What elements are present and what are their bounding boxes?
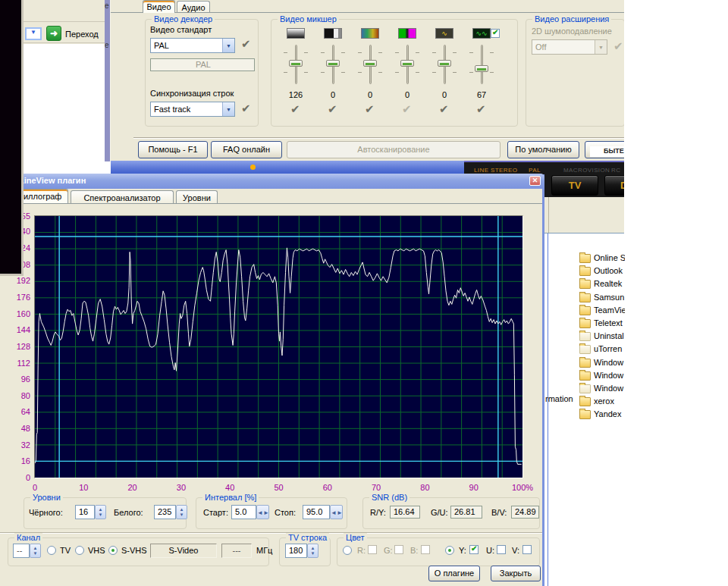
y-checkbox[interactable]	[469, 545, 479, 554]
v-checkbox[interactable]	[522, 545, 532, 554]
selected-value: Off	[535, 42, 546, 52]
mixer-slider-hue[interactable]	[356, 43, 384, 86]
folder-item[interactable]: Yandex	[579, 409, 625, 421]
tv-line-stepper[interactable]: ▲▼	[307, 544, 318, 558]
mixer-value: 0	[315, 90, 350, 99]
tab-video[interactable]: Видео	[143, 0, 175, 13]
address-dropdown[interactable]: ▼	[25, 27, 42, 40]
explorer-window: ▼ ➜ Переход	[21, 0, 105, 174]
folder-item[interactable]: uTorren	[579, 343, 625, 356]
folder-item[interactable]: Window	[579, 383, 625, 395]
black-level-stepper[interactable]: ▲▼	[95, 505, 106, 519]
apply-check-icon[interactable]: ✔	[241, 37, 251, 51]
close-icon[interactable]: ✕	[529, 176, 541, 186]
u-label: U:	[486, 546, 494, 555]
folder-item[interactable]: Teletext	[579, 318, 625, 330]
white-level-input[interactable]: 235	[154, 505, 176, 519]
slider-thumb[interactable]	[400, 60, 414, 67]
folder-label: Window	[594, 358, 623, 367]
start-input[interactable]: 5.0	[231, 505, 256, 519]
radio-svhs[interactable]	[108, 546, 118, 555]
chevron-down-icon[interactable]: ▼	[222, 102, 234, 116]
folder-label: Samsun	[594, 293, 624, 302]
slider-thumb[interactable]	[475, 65, 488, 72]
y-tick-label: 0	[26, 473, 30, 482]
folder-item[interactable]: Samsun	[579, 292, 625, 304]
folder-item[interactable]: Online S	[579, 252, 625, 265]
tv-button[interactable]: TV	[551, 175, 598, 196]
button-row-divider	[133, 137, 624, 139]
radio-tv[interactable]	[47, 546, 56, 555]
y-tick-label: 144	[17, 325, 30, 334]
mixer-column-noise-reduction: ∿∿67✔	[464, 28, 499, 123]
slider-thumb[interactable]	[326, 60, 340, 67]
noise-reduction-checkbox[interactable]	[491, 29, 500, 38]
channel-combo[interactable]: --	[13, 544, 30, 558]
tab-audio[interactable]: Аудио	[177, 1, 210, 13]
about-plugin-button[interactable]: О плагине	[428, 566, 480, 581]
radio-rgb[interactable]	[343, 546, 352, 555]
mixer-slider-saturation[interactable]	[394, 43, 421, 86]
stop-input[interactable]: 95.0	[303, 505, 330, 519]
folder-item[interactable]: Realtek	[579, 278, 625, 290]
slider-thumb[interactable]	[289, 60, 303, 67]
radio-vhs[interactable]	[75, 546, 84, 555]
tv-skin-body	[544, 197, 624, 233]
dv-button[interactable]: DV	[604, 175, 624, 196]
video-standard-select[interactable]: PAL ▼	[150, 38, 235, 53]
radio-yuv[interactable]	[445, 546, 454, 555]
channel-stepper[interactable]: ▲▼	[30, 544, 41, 558]
tab-spectrum-analyzer[interactable]: Спектроанализатор	[71, 190, 174, 203]
group-title: Канал	[14, 533, 42, 542]
apply-check-icon[interactable]: ✔	[402, 102, 412, 116]
mixer-slider-noise-reduction[interactable]	[468, 43, 495, 86]
apply-check-icon[interactable]: ✔	[290, 102, 300, 116]
noise-icon: ∿∿	[472, 28, 491, 39]
u-checkbox[interactable]	[497, 545, 506, 554]
start-stepper[interactable]: ◄►	[256, 505, 269, 519]
hue-icon	[361, 28, 379, 39]
folder-item[interactable]: Uninstal	[579, 331, 625, 343]
mixer-slider-contrast[interactable]	[319, 43, 347, 86]
black-level-input[interactable]: 16	[75, 505, 95, 519]
autoscan-button: Автосканирование	[287, 141, 500, 158]
x-tick-label: 50	[274, 483, 283, 492]
slider-thumb[interactable]	[438, 60, 451, 67]
x-axis-labels: 0102030405060708090100%	[34, 483, 535, 494]
mixer-slider-sharpness[interactable]	[431, 43, 458, 86]
faq-button[interactable]: FAQ онлайн	[211, 141, 282, 158]
explorer-content	[21, 44, 105, 174]
tv-line-input[interactable]: 180	[285, 544, 307, 558]
go-button[interactable]: ➜	[46, 26, 61, 41]
apply-check-icon[interactable]: ✔	[476, 102, 486, 116]
clipped-text-fragment: e	[105, 41, 109, 49]
help-button[interactable]: Помощь - F1	[138, 141, 208, 158]
mixer-value: 67	[464, 90, 499, 99]
white-level-stepper[interactable]: ▲▼	[176, 505, 187, 519]
folder-item[interactable]: Outlook	[579, 265, 625, 277]
close-button[interactable]: Закрыть	[491, 566, 541, 581]
apply-check-icon[interactable]: ✔	[328, 102, 337, 116]
defaults-button[interactable]: По умолчанию	[507, 141, 579, 158]
folder-icon	[579, 332, 591, 341]
apply-check-icon[interactable]: ✔	[365, 102, 375, 116]
line-sync-select[interactable]: Fast track ▼	[150, 102, 235, 117]
folder-item[interactable]: xerox	[579, 396, 625, 408]
lineview-titlebar[interactable]: LineView плагин ✕	[0, 174, 544, 189]
folder-item[interactable]: Window	[579, 357, 625, 369]
gu-value: 26.81	[450, 506, 482, 519]
tab-divider	[0, 203, 542, 204]
arrow-right-icon: ➜	[50, 28, 58, 39]
y-tick-label: 192	[17, 276, 30, 285]
folder-item[interactable]: Window	[579, 370, 625, 382]
mixer-slider-brightness[interactable]	[282, 43, 309, 86]
stop-stepper[interactable]: ◄►	[330, 505, 343, 519]
chevron-down-icon[interactable]: ▼	[222, 39, 234, 52]
slider-thumb[interactable]	[363, 60, 377, 67]
apply-check-icon[interactable]: ✔	[439, 102, 449, 116]
folder-item[interactable]: TeamVie	[579, 305, 625, 317]
tab-levels[interactable]: Уровни	[176, 190, 218, 203]
y-tick-label: 176	[17, 293, 30, 302]
apply-check-icon[interactable]: ✔	[241, 102, 251, 115]
status-pal: PAL	[529, 167, 541, 174]
